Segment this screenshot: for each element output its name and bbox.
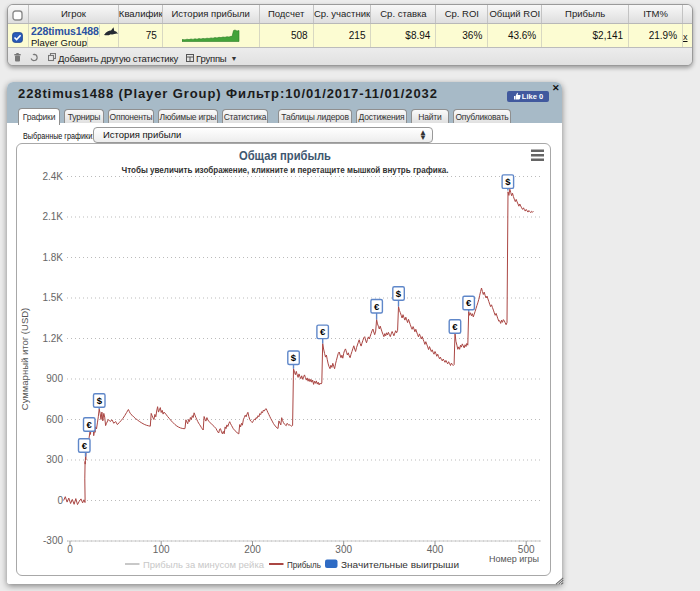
svg-text:€: € (374, 301, 380, 312)
svg-text:1.5K: 1.5K (42, 292, 63, 303)
svg-text:$: $ (505, 176, 511, 187)
svg-text:300: 300 (46, 454, 63, 465)
svg-text:1.8K: 1.8K (42, 252, 63, 263)
svg-text:0: 0 (67, 544, 73, 555)
svg-text:$: $ (291, 352, 297, 363)
svg-text:1.2K: 1.2K (42, 333, 63, 344)
svg-text:2.4K: 2.4K (42, 171, 63, 182)
svg-text:Прибыль: Прибыль (287, 559, 321, 570)
svg-text:€: € (87, 419, 93, 430)
svg-text:400: 400 (427, 544, 444, 555)
svg-text:2.1K: 2.1K (42, 211, 63, 222)
svg-text:€: € (452, 321, 458, 332)
svg-text:900: 900 (46, 373, 63, 384)
svg-text:0: 0 (57, 495, 63, 506)
svg-text:200: 200 (244, 544, 261, 555)
svg-text:600: 600 (46, 414, 63, 425)
svg-text:-300: -300 (43, 535, 63, 546)
svg-text:Прибыль за минусом рейка: Прибыль за минусом рейка (143, 559, 265, 570)
svg-text:$: $ (396, 288, 402, 299)
svg-text:€: € (82, 440, 88, 451)
svg-text:100: 100 (153, 544, 170, 555)
svg-text:Суммарный итог (USD): Суммарный итог (USD) (19, 308, 30, 410)
svg-text:€: € (320, 326, 326, 337)
svg-text:Номер игры: Номер игры (489, 554, 539, 564)
svg-text:Значительные выигрыши: Значительные выигрыши (341, 559, 459, 570)
svg-text:Чтобы увеличить изображение, к: Чтобы увеличить изображение, кликните и … (122, 165, 449, 175)
svg-text:€: € (466, 297, 472, 308)
svg-text:$: $ (97, 395, 103, 406)
svg-text:300: 300 (335, 544, 352, 555)
svg-text:Общая прибыль: Общая прибыль (239, 148, 331, 163)
